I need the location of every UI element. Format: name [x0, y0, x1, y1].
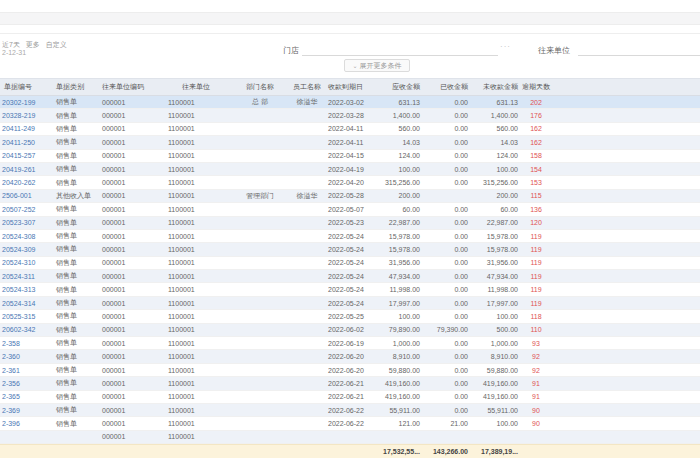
table-row[interactable]: 20523-307 销售单 000001 1100001 2022-05-23 …: [0, 217, 700, 230]
cell-unreceived: 15,978.00: [468, 246, 518, 253]
expand-more-conditions-button[interactable]: ⌄ 展开更多条件: [344, 59, 410, 72]
cell-doc-type: 销售单: [52, 218, 98, 228]
table-row[interactable]: 2-358 销售单 000001 1100001 2022-06-19 1,00…: [0, 337, 700, 350]
filter-bar: 近7天 更多 自定义 2-12-31 门店 ··· 往来单位 ⌄ 展开更多条件: [0, 33, 700, 78]
doc-number-link[interactable]: 20328-219: [2, 112, 35, 119]
doc-number-link[interactable]: 20524-308: [2, 233, 35, 240]
cell-unreceived: 1,400.00: [468, 112, 518, 119]
doc-number-link[interactable]: 20525-315: [2, 313, 35, 320]
doc-number-link[interactable]: 2-365: [2, 393, 20, 400]
col-header-doc-number[interactable]: 单据编号: [0, 82, 52, 92]
table-row[interactable]: 2-356 销售单 000001 1100001 2022-06-21 419,…: [0, 377, 700, 390]
doc-number-link[interactable]: 2-361: [2, 367, 20, 374]
table-row[interactable]: 20419-261 销售单 000001 1100001 2022-04-19 …: [0, 163, 700, 176]
table-row[interactable]: 2-369 销售单 000001 1100001 2022-06-22 55,9…: [0, 404, 700, 417]
doc-number-link[interactable]: 20524-310: [2, 259, 35, 266]
col-header-receivable[interactable]: 应收金额: [372, 82, 420, 92]
cell-due-date: 2022-05-24: [328, 233, 372, 240]
doc-number-link[interactable]: 20602-342: [2, 326, 35, 333]
table-row[interactable]: 20524-314 销售单 000001 1100001 2022-05-24 …: [0, 297, 700, 310]
cell-unreceived: 500.00: [468, 326, 518, 333]
cell-due-date: 2022-05-24: [328, 273, 372, 280]
cell-overdue-days: 176: [518, 112, 554, 119]
doc-number-link[interactable]: 20415-257: [2, 152, 35, 159]
table-row[interactable]: 20411-250 销售单 000001 1100001 2022-04-11 …: [0, 136, 700, 149]
table-row[interactable]: 2-396 销售单 000001 1100001 2022-06-22 121.…: [0, 417, 700, 430]
cell-unreceived: 100.00: [468, 313, 518, 320]
table-row[interactable]: 20420-262 销售单 000001 1100001 2022-04-20 …: [0, 176, 700, 189]
doc-number-link[interactable]: 20419-261: [2, 166, 35, 173]
cell-received: 0.00: [420, 166, 468, 173]
partner-input[interactable]: [578, 42, 700, 56]
doc-number-link[interactable]: 2-360: [2, 353, 20, 360]
col-header-department[interactable]: 部门名称: [234, 82, 286, 92]
col-header-partner-code[interactable]: 往来单位编码: [98, 82, 158, 92]
table-row[interactable]: 2-361 销售单 000001 1100001 2022-06-20 59,8…: [0, 364, 700, 377]
table-row[interactable]: 20525-315 销售单 000001 1100001 2022-05-25 …: [0, 310, 700, 323]
table-row[interactable]: 20524-308 销售单 000001 1100001 2022-05-24 …: [0, 230, 700, 243]
cell-received: 0.00: [420, 259, 468, 266]
cell-due-date: 2022-04-11: [328, 125, 372, 132]
table-row[interactable]: 20302-199 销售单 000001 1100001 总 部 徐溢华 202…: [0, 96, 700, 109]
doc-number-link[interactable]: 20420-262: [2, 179, 35, 186]
doc-number-link[interactable]: 2506-001: [2, 192, 32, 199]
cell-received: 0.00: [420, 179, 468, 186]
cell-receivable: 124.00: [372, 152, 420, 159]
table-row[interactable]: 20524-311 销售单 000001 1100001 2022-05-24 …: [0, 270, 700, 283]
table-row[interactable]: 20602-342 销售单 000001 1100001 2022-06-02 …: [0, 324, 700, 337]
doc-number-link[interactable]: 20411-250: [2, 139, 35, 146]
table-row[interactable]: 2-365 销售单 000001 1100001 2022-06-21 419,…: [0, 391, 700, 404]
table-row[interactable]: 2-360 销售单 000001 1100001 2022-06-20 8,91…: [0, 350, 700, 363]
cell-overdue-days: 162: [518, 139, 554, 146]
doc-number-link[interactable]: 20524-314: [2, 300, 35, 307]
cell-due-date: 2022-03-02: [328, 99, 372, 106]
table-row[interactable]: 20524-309 销售单 000001 1100001 2022-05-24 …: [0, 243, 700, 256]
doc-number-link[interactable]: 20524-309: [2, 246, 35, 253]
date-quick-last7-link[interactable]: 近7天: [2, 41, 20, 48]
table-row[interactable]: 20415-257 销售单 000001 1100001 2022-04-15 …: [0, 150, 700, 163]
doc-number-link[interactable]: 2-396: [2, 420, 20, 427]
doc-number-link[interactable]: 20302-199: [2, 99, 35, 106]
date-range-value[interactable]: 2-12-31: [2, 49, 71, 57]
date-custom-link[interactable]: 自定义: [46, 41, 67, 48]
doc-number-link[interactable]: 20523-307: [2, 219, 35, 226]
cell-partner-unit: 1100001: [158, 407, 234, 414]
table-row[interactable]: 2506-001 其他收入单 000001 1100001 管理部门 徐溢华 2…: [0, 190, 700, 203]
doc-number-link[interactable]: 2-358: [2, 340, 20, 347]
cell-partner-code: 000001: [98, 259, 158, 266]
cell-partner-code: 000001: [98, 420, 158, 427]
doc-number-link[interactable]: 2-369: [2, 407, 20, 414]
table-row[interactable]: 20411-249 销售单 000001 1100001 2022-04-11 …: [0, 123, 700, 136]
chevron-down-icon: ⌄: [352, 63, 357, 69]
cell-received: 0.00: [420, 99, 468, 106]
cell-receivable: 22,987.00: [372, 219, 420, 226]
summary-receivable-total: 17,532,55...: [372, 448, 420, 455]
col-header-due-date[interactable]: 收款到期日: [328, 82, 372, 92]
table-row[interactable]: 20507-252 销售单 000001 1100001 2022-05-07 …: [0, 203, 700, 216]
cell-received: 0.00: [420, 313, 468, 320]
cell-receivable: 121.00: [372, 420, 420, 427]
store-input[interactable]: [302, 42, 498, 56]
doc-number-link[interactable]: 20524-311: [2, 273, 35, 280]
table-row[interactable]: 000001 1100001: [0, 431, 700, 444]
date-more-link[interactable]: 更多: [26, 41, 40, 48]
store-picker-icon[interactable]: ···: [500, 42, 511, 51]
table-row[interactable]: 20524-313 销售单 000001 1100001 2022-05-24 …: [0, 283, 700, 296]
doc-number-link[interactable]: 20524-313: [2, 286, 35, 293]
col-header-employee[interactable]: 员工名称: [286, 82, 328, 92]
cell-partner-code: 000001: [98, 407, 158, 414]
col-header-doc-type[interactable]: 单据类别: [52, 82, 98, 92]
cell-received: 79,390.00: [420, 326, 468, 333]
col-header-received[interactable]: 已收金额: [420, 82, 468, 92]
cell-overdue-days: 154: [518, 166, 554, 173]
col-header-overdue-days[interactable]: 逾期天数: [518, 82, 554, 92]
cell-partner-unit: 1100001: [158, 300, 234, 307]
table-row[interactable]: 20328-219 销售单 000001 1100001 2022-03-28 …: [0, 109, 700, 122]
cell-due-date: 2022-04-19: [328, 166, 372, 173]
col-header-partner-unit[interactable]: 往来单位: [158, 82, 234, 92]
table-row[interactable]: 20524-310 销售单 000001 1100001 2022-05-24 …: [0, 257, 700, 270]
col-header-unreceived[interactable]: 未收款金额: [468, 82, 518, 92]
doc-number-link[interactable]: 2-356: [2, 380, 20, 387]
doc-number-link[interactable]: 20411-249: [2, 125, 35, 132]
doc-number-link[interactable]: 20507-252: [2, 206, 35, 213]
